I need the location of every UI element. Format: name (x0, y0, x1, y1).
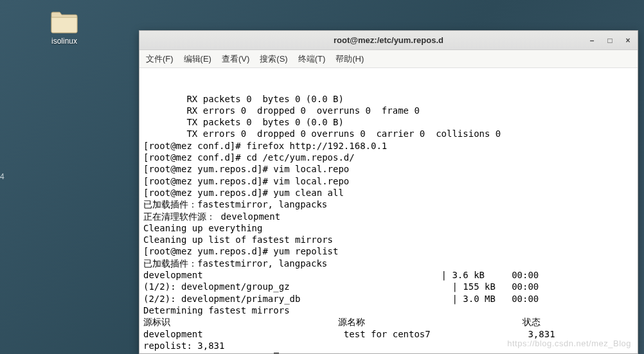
terminal-line: 已加载插件：fastestmirror, langpacks (143, 258, 634, 269)
terminal-line: RX errors 0 dropped 0 overruns 0 frame 0 (143, 105, 634, 116)
terminal-line: Cleaning up everything (143, 222, 634, 234)
terminal-line: development | 3.6 kB 00:00 (143, 269, 634, 281)
close-button[interactable]: × (623, 36, 632, 45)
menu-view[interactable]: 查看(V) (222, 53, 249, 65)
terminal-line: [root@mez conf.d]# firefox http://192.16… (143, 140, 634, 152)
terminal-line: [root@mez yum.repos.d]# yum repolist (143, 245, 634, 257)
desktop-icon-label: isolinux (42, 37, 87, 46)
window-controls: – □ × (587, 36, 632, 45)
window-title: root@mez:/etc/yum.repos.d (139, 35, 638, 45)
terminal-line: [root@mez yum.repos.d]# yum clean all (143, 187, 634, 199)
terminal-window: root@mez:/etc/yum.repos.d – □ × 文件(F) 编辑… (139, 30, 638, 354)
menu-file[interactable]: 文件(F) (146, 53, 174, 65)
terminal-line: [root@mez yum.repos.d]# vim local.repo (143, 163, 634, 175)
terminal-line: TX packets 0 bytes 0 (0.0 B) (143, 116, 634, 128)
terminal-line: Cleaning up list of fastest mirrors (143, 234, 634, 245)
maximize-button[interactable]: □ (605, 36, 614, 45)
titlebar[interactable]: root@mez:/etc/yum.repos.d – □ × (139, 31, 638, 50)
menu-search[interactable]: 搜索(S) (260, 53, 287, 65)
menu-terminal[interactable]: 终端(T) (298, 53, 326, 65)
terminal-line: [root@mez yum.repos.d]# vim local.repo (143, 175, 634, 187)
terminal-line: [root@mez conf.d]# cd /etc/yum.repos.d/ (143, 152, 634, 163)
terminal-line: RX packets 0 bytes 0 (0.0 B) (143, 93, 634, 105)
left-widget-text: 4 (0, 172, 4, 181)
watermark: https://blog.csdn.net/mez_Blog (507, 338, 631, 350)
desktop-folder-isolinux[interactable]: isolinux (42, 10, 87, 46)
terminal-line: 源标识 源名称 状态 (143, 316, 634, 328)
menu-help[interactable]: 帮助(H) (335, 53, 364, 65)
terminal-line: TX errors 0 dropped 0 overruns 0 carrier… (143, 128, 634, 139)
minimize-button[interactable]: – (587, 36, 596, 45)
terminal-line: (1/2): development/group_gz | 155 kB 00:… (143, 281, 634, 292)
terminal-line: Determining fastest mirrors (143, 305, 634, 316)
menu-edit[interactable]: 编辑(E) (184, 53, 211, 65)
terminal-body[interactable]: RX packets 0 bytes 0 (0.0 B) RX errors 0… (139, 68, 638, 353)
folder-icon (50, 10, 78, 34)
terminal-prompt: [root@mez yum.repos.d]# (143, 352, 273, 353)
terminal-line: 正在清理软件源： development (143, 211, 634, 222)
terminal-line: 已加载插件：fastestmirror, langpacks (143, 199, 634, 210)
menubar: 文件(F) 编辑(E) 查看(V) 搜索(S) 终端(T) 帮助(H) (139, 50, 638, 68)
terminal-line: (2/2): development/primary_db | 3.0 MB 0… (143, 293, 634, 305)
cursor-icon (274, 353, 279, 353)
